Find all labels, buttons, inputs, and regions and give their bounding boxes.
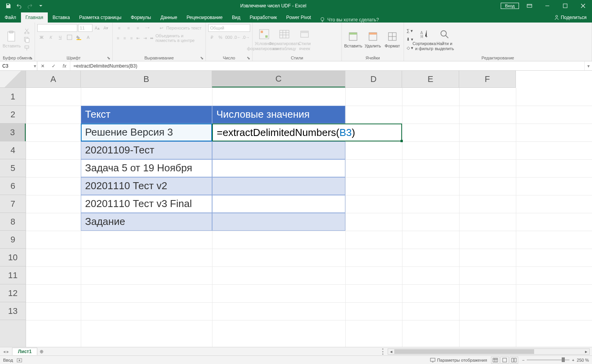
wrap-text-icon[interactable]: ↩: [157, 24, 165, 32]
table-cell[interactable]: [212, 141, 345, 159]
font-name-combo[interactable]: [37, 24, 77, 32]
row-header[interactable]: 10: [0, 249, 26, 266]
format-painter-icon[interactable]: [23, 44, 31, 52]
find-select-button[interactable]: Найти и выделить: [435, 24, 454, 55]
autosum-icon[interactable]: ∑ ▾: [406, 27, 413, 35]
font-launcher-icon[interactable]: ⬊: [107, 56, 111, 60]
active-cell-editor[interactable]: =extractDelimitedNumbers(B3): [212, 124, 402, 141]
row-header[interactable]: 8: [0, 213, 26, 231]
tab-review[interactable]: Рецензирование: [182, 12, 227, 23]
table-cell[interactable]: Задание: [81, 213, 212, 231]
cells-area[interactable]: ТекстЧисловые значенияРешение Версия 320…: [26, 88, 592, 347]
zoom-slider[interactable]: [527, 359, 569, 361]
format-cells-button[interactable]: Формат: [383, 24, 401, 55]
increase-font-icon[interactable]: A▴: [93, 24, 101, 32]
zoom-in-icon[interactable]: +: [572, 358, 574, 362]
row-header[interactable]: 12: [0, 284, 26, 302]
sign-in-button[interactable]: Вход: [501, 3, 519, 9]
scroll-right-icon[interactable]: ▸: [583, 349, 589, 354]
cancel-formula-icon[interactable]: ✕: [37, 63, 48, 69]
maximize-icon[interactable]: [556, 0, 574, 12]
indent-inc-icon[interactable]: ⇥: [142, 34, 148, 42]
expand-formula-bar-icon[interactable]: ▾: [584, 61, 592, 70]
qat-customize-icon[interactable]: [36, 1, 46, 10]
table-cell[interactable]: Задача 5 от 19 Ноября: [81, 159, 212, 177]
table-header[interactable]: Текст: [81, 106, 212, 124]
format-as-table-button[interactable]: Форматировать как таблицу: [275, 24, 294, 55]
table-cell[interactable]: Решение Версия 3: [81, 124, 212, 141]
row-header[interactable]: 13: [0, 302, 26, 320]
share-button[interactable]: Поделиться: [548, 12, 592, 23]
tab-home[interactable]: Главная: [21, 12, 48, 23]
align-launcher-icon[interactable]: ⬊: [200, 56, 205, 60]
sheet-nav[interactable]: ◂ ▸: [0, 349, 12, 354]
merge-icon[interactable]: ⬌: [149, 34, 155, 42]
table-cell[interactable]: [212, 195, 345, 213]
column-header[interactable]: F: [459, 71, 516, 87]
table-cell[interactable]: [212, 177, 345, 195]
paste-button[interactable]: Вставить: [2, 24, 21, 55]
clipboard-launcher-icon[interactable]: ⬊: [29, 56, 34, 60]
delete-cells-button[interactable]: Удалить: [364, 24, 382, 55]
column-header[interactable]: C: [212, 71, 345, 87]
chevron-down-icon[interactable]: ▾: [34, 63, 36, 69]
tab-layout[interactable]: Разметка страницы: [75, 12, 126, 23]
page-break-view-icon[interactable]: [510, 357, 518, 364]
orientation-icon[interactable]: ⭬: [143, 24, 151, 32]
percent-icon[interactable]: %: [217, 33, 225, 41]
number-launcher-icon[interactable]: ⬊: [247, 56, 251, 60]
row-header[interactable]: 7: [0, 195, 26, 213]
table-header[interactable]: Числовые значения: [212, 106, 345, 124]
fill-handle[interactable]: [400, 140, 403, 142]
table-cell[interactable]: [212, 159, 345, 177]
underline-button[interactable]: Ч: [56, 33, 64, 41]
dec-decimal-icon[interactable]: .0→: [242, 33, 250, 41]
font-color-icon[interactable]: A: [84, 33, 92, 41]
comma-icon[interactable]: 000: [225, 33, 233, 41]
tab-insert[interactable]: Вставка: [48, 12, 75, 23]
close-icon[interactable]: [574, 0, 592, 12]
fx-icon[interactable]: fx: [59, 63, 70, 69]
align-right-icon[interactable]: ≡: [129, 34, 134, 42]
split-handle[interactable]: [382, 348, 385, 355]
tell-me-search[interactable]: Что вы хотите сделать?: [316, 17, 383, 23]
formula-input[interactable]: =extractDelimitedNumbers(B3): [70, 61, 584, 70]
align-left-icon[interactable]: ≡: [115, 34, 121, 42]
row-header[interactable]: 11: [0, 266, 26, 284]
tab-formulas[interactable]: Формулы: [126, 12, 156, 23]
align-top-icon[interactable]: ≡: [115, 24, 124, 32]
bold-button[interactable]: Ж: [37, 33, 46, 41]
name-box[interactable]: C3 ▾: [0, 61, 37, 70]
indent-dec-icon[interactable]: ⇤: [135, 34, 141, 42]
row-header[interactable]: 2: [0, 106, 26, 124]
column-header[interactable]: E: [402, 71, 459, 87]
column-header[interactable]: D: [345, 71, 402, 87]
align-center-icon[interactable]: ≡: [122, 34, 127, 42]
table-cell[interactable]: 20201109-Тест: [81, 141, 212, 159]
tab-view[interactable]: Вид: [227, 12, 245, 23]
select-all-corner[interactable]: [0, 71, 26, 88]
align-middle-icon[interactable]: ≡: [124, 24, 133, 32]
row-header[interactable]: 1: [0, 88, 26, 106]
decrease-font-icon[interactable]: A▾: [102, 24, 110, 32]
table-cell[interactable]: 20201110 Тест v3 Final: [81, 195, 212, 213]
ribbon-options-icon[interactable]: [521, 0, 538, 12]
column-header[interactable]: B: [81, 71, 212, 87]
copy-icon[interactable]: [23, 36, 31, 44]
row-headers[interactable]: 12345678910111213: [0, 88, 26, 347]
minimize-icon[interactable]: [538, 0, 556, 12]
tab-developer[interactable]: Разработчик: [245, 12, 282, 23]
cut-icon[interactable]: [23, 27, 31, 35]
sheet-tab[interactable]: Лист1: [12, 348, 37, 355]
border-icon[interactable]: [65, 33, 74, 41]
macro-record-icon[interactable]: [17, 357, 22, 363]
row-header[interactable]: 5: [0, 159, 26, 177]
scroll-thumb[interactable]: [394, 349, 534, 354]
column-header[interactable]: A: [26, 71, 81, 87]
row-header[interactable]: 6: [0, 177, 26, 195]
row-header[interactable]: 9: [0, 231, 26, 249]
display-settings-button[interactable]: Параметры отображения: [430, 358, 487, 362]
save-icon[interactable]: [3, 1, 13, 10]
tab-data[interactable]: Данные: [156, 12, 182, 23]
tab-file[interactable]: Файл: [0, 12, 21, 23]
